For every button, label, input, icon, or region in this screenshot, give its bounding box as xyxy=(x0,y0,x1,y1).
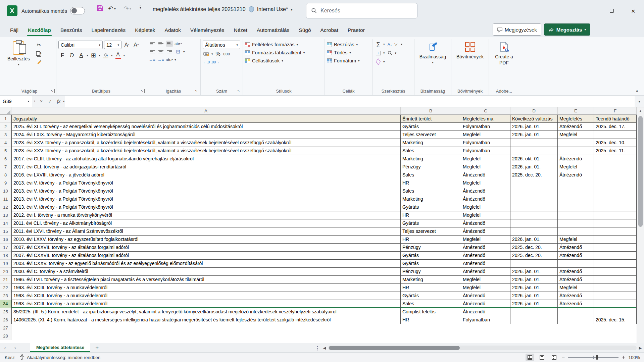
cell-B10[interactable]: Sales xyxy=(401,187,461,195)
cell-B27[interactable] xyxy=(401,324,461,332)
percent-button[interactable]: % xyxy=(214,51,222,57)
decrease-indent-button[interactable]: ←≡ xyxy=(148,57,156,63)
cell-D10[interactable] xyxy=(510,187,558,195)
cell-E3[interactable]: Megfelel xyxy=(558,131,594,139)
cell-C10[interactable]: Átnézendő xyxy=(461,187,510,195)
cell-C3[interactable]: Megfelel xyxy=(461,131,510,139)
undo-button[interactable]: ↶▾ xyxy=(108,5,116,12)
cell-D19[interactable] xyxy=(510,260,558,268)
cell-A5[interactable]: 2023. évi XXV. törvény - a panaszokról, … xyxy=(11,147,401,155)
align-center-button[interactable] xyxy=(157,49,164,55)
cell-F19[interactable] xyxy=(594,260,637,268)
minimize-button[interactable] xyxy=(580,0,601,21)
page-break-view-button[interactable] xyxy=(550,354,558,361)
save-button[interactable] xyxy=(97,5,103,11)
cell-A17[interactable]: 2007. évi CXXVII. törvény - az általános… xyxy=(11,244,401,252)
cell-B13[interactable]: HR xyxy=(401,211,461,219)
cell-C27[interactable] xyxy=(461,324,510,332)
vertical-scroll-thumb[interactable] xyxy=(638,116,643,227)
cell-E20[interactable]: Átnézendő xyxy=(558,268,594,276)
row-header-24[interactable]: 24 xyxy=(0,300,11,308)
row-header-10[interactable]: 10 xyxy=(0,187,11,195)
cell-F9[interactable] xyxy=(594,179,637,187)
column-header-C[interactable]: C xyxy=(461,107,510,114)
cell-D26[interactable] xyxy=(510,316,558,324)
cell-C28[interactable] xyxy=(461,332,510,340)
cell-A1[interactable]: Jogszabály xyxy=(11,115,401,123)
create-pdf-button[interactable]: Create a PDF xyxy=(491,41,517,87)
cell-B18[interactable]: Gyártás xyxy=(401,252,461,260)
cell-D6[interactable]: 2026. okt. 01. xyxy=(510,155,558,163)
sheet-tab-active[interactable]: Megfelelés áttekintése xyxy=(30,343,90,352)
cell-B22[interactable]: HR xyxy=(401,284,461,292)
row-header-6[interactable]: 6 xyxy=(0,155,11,163)
cell-A10[interactable]: 2013. évi V. törvény - a Polgári Törvény… xyxy=(11,187,401,195)
redo-button[interactable]: ↷▾ xyxy=(123,5,131,12)
font-size-select[interactable]: 12▾ xyxy=(104,41,121,49)
cell-A28[interactable] xyxy=(11,332,401,340)
paste-button[interactable]: Beillesztés ▾ xyxy=(5,41,33,87)
align-right-button[interactable] xyxy=(166,49,173,55)
row-header-5[interactable]: 5 xyxy=(0,147,11,155)
ribbon-tab-praetor[interactable]: Praetor xyxy=(343,24,369,37)
expand-formula-bar-button[interactable]: ▾ xyxy=(635,96,644,107)
cell-A3[interactable]: 2024. évi LXIX. törvény - Magyarország k… xyxy=(11,131,401,139)
zoom-out-button[interactable]: − xyxy=(562,354,565,360)
find-select-button[interactable] xyxy=(386,50,394,56)
clear-button[interactable] xyxy=(375,59,382,65)
format-painter-button[interactable] xyxy=(35,59,43,65)
cell-F13[interactable] xyxy=(594,211,637,219)
row-header-25[interactable]: 25 xyxy=(0,308,11,316)
cell-C12[interactable]: Megfelel xyxy=(461,203,510,211)
cell-A21[interactable]: 1996. évi LVII. törvény - a tisztességte… xyxy=(11,276,401,284)
row-header-22[interactable]: 22 xyxy=(0,284,11,292)
cell-E12[interactable] xyxy=(558,203,594,211)
ribbon-tab-véleményezés[interactable]: Véleményezés xyxy=(186,24,229,37)
format-cells-button[interactable]: Formátum▾ xyxy=(327,58,370,63)
column-header-D[interactable]: D xyxy=(510,107,558,114)
row-header-27[interactable]: 27 xyxy=(0,324,11,332)
format-as-table-button[interactable]: Formázás táblázatként▾ xyxy=(245,50,323,55)
dialog-launcher-icon[interactable]: ↘ xyxy=(195,89,199,93)
cell-D16[interactable]: 2026. jan. 01. xyxy=(510,236,558,244)
cell-F4[interactable]: 2025. dec. 10. xyxy=(594,139,637,147)
cell-E17[interactable]: Átnézendő xyxy=(558,244,594,252)
cell-E2[interactable]: Átnézendő xyxy=(558,123,594,131)
sensitivity-button[interactable]: Bizalmasság ▾ xyxy=(417,41,449,87)
cell-C22[interactable]: Megfelel xyxy=(461,284,510,292)
row-header-21[interactable]: 21 xyxy=(0,276,11,284)
cell-B6[interactable]: Marketing xyxy=(401,155,461,163)
cell-F7[interactable] xyxy=(594,163,637,171)
cell-E13[interactable] xyxy=(558,211,594,219)
row-header-7[interactable]: 7 xyxy=(0,163,11,171)
sensitivity-label[interactable]: Internal Use* xyxy=(257,6,288,12)
normal-view-button[interactable] xyxy=(526,354,534,361)
cell-C7[interactable]: Megfelel xyxy=(461,163,510,171)
font-name-select[interactable]: Calibri▾ xyxy=(58,41,103,49)
row-header-23[interactable]: 23 xyxy=(0,292,11,300)
cell-B3[interactable]: Teljes szervezet xyxy=(401,131,461,139)
cell-E21[interactable]: Átnézendő xyxy=(558,276,594,284)
cell-D3[interactable]: 2026. jan. 01. xyxy=(510,131,558,139)
zoom-handle[interactable] xyxy=(596,355,598,360)
thousands-separator-button[interactable]: 000 xyxy=(223,51,231,57)
cell-C6[interactable]: Megfelel xyxy=(461,155,510,163)
cell-A24[interactable]: 1993. évi XCIII. törvény - a munkavédele… xyxy=(11,300,401,308)
cell-F22[interactable] xyxy=(594,284,637,292)
cell-B23[interactable]: Gyártás xyxy=(401,292,461,300)
cell-A9[interactable]: 2013. évi V. törvény - a Polgári Törvény… xyxy=(11,179,401,187)
cell-styles-button[interactable]: Cellastílusok▾ xyxy=(245,58,323,63)
cell-E22[interactable]: Megfelel xyxy=(558,284,594,292)
cell-F16[interactable] xyxy=(594,236,637,244)
cell-C5[interactable]: Folyamatban xyxy=(461,147,510,155)
cell-D1[interactable]: Következő változás xyxy=(510,115,558,123)
select-all-corner[interactable] xyxy=(0,107,11,114)
row-header-26[interactable]: 26 xyxy=(0,316,11,324)
cell-F28[interactable] xyxy=(594,332,637,340)
cell-E18[interactable]: Átnézendő xyxy=(558,252,594,260)
align-top-button[interactable] xyxy=(148,41,156,47)
cell-B4[interactable]: Marketing xyxy=(401,139,461,147)
prev-sheet-arrow[interactable]: ‹ xyxy=(0,343,10,352)
zoom-slider[interactable] xyxy=(568,357,618,358)
cell-D28[interactable] xyxy=(510,332,558,340)
